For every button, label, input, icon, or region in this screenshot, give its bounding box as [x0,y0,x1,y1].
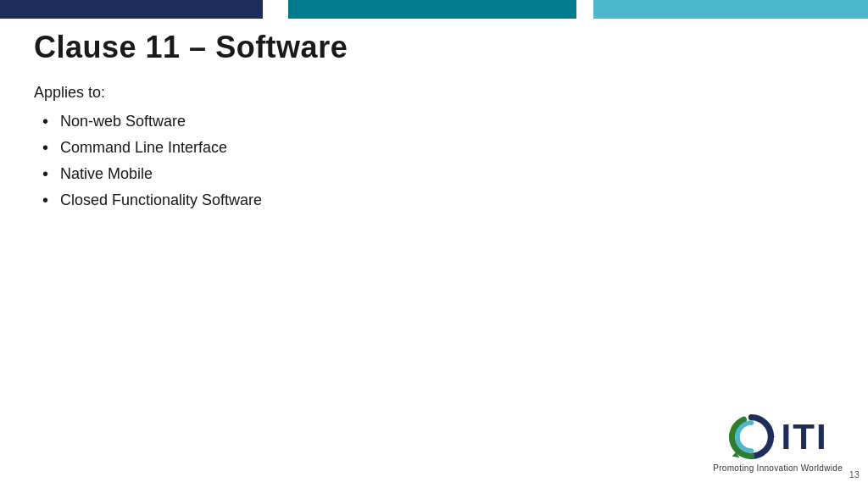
applies-label: Applies to: [34,84,834,102]
bar-gap-1 [263,0,288,19]
slide-title: Clause 11 – Software [34,30,834,65]
iti-logo-icon [728,413,775,460]
bar-dark-blue [0,0,263,19]
bar-gap-2 [576,0,593,19]
bar-teal [288,0,576,19]
logo-area: ITI Promoting Innovation Worldwide [713,413,843,473]
top-color-bar [0,0,868,19]
logo-tagline: Promoting Innovation Worldwide [713,463,843,473]
page-number: 13 [849,469,860,480]
list-item: Command Line Interface [42,135,834,161]
bar-light-blue [593,0,868,19]
iti-text-label: ITI [782,419,828,455]
logo-graphic: ITI [728,413,828,460]
bullet-list: Non-web Software Command Line Interface … [42,108,834,214]
list-item: Closed Functionality Software [42,187,834,214]
slide-content: Clause 11 – Software Applies to: Non-web… [34,30,834,214]
slide-container: Clause 11 – Software Applies to: Non-web… [0,0,868,488]
list-item: Native Mobile [42,161,834,187]
list-item: Non-web Software [42,108,834,135]
